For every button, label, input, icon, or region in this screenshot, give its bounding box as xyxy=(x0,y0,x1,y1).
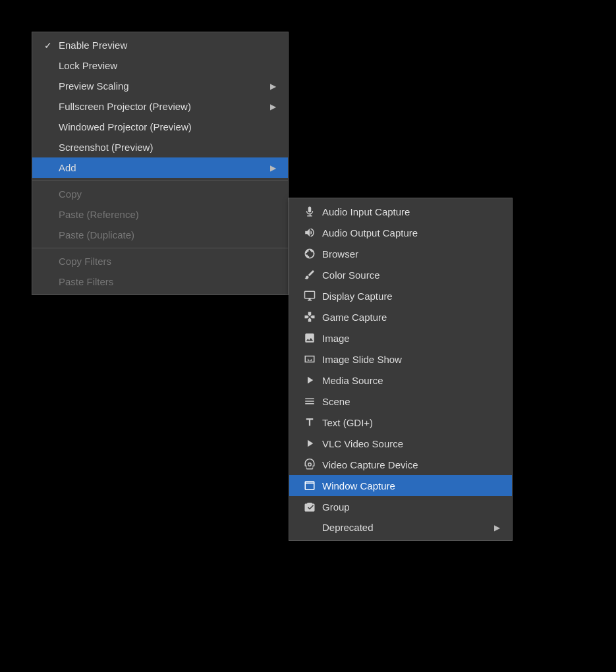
menu-item-windowed-projector[interactable]: Windowed Projector (Preview) xyxy=(32,117,288,137)
label-paste-filters: Paste Filters xyxy=(59,276,113,287)
menu-item-paste-filters[interactable]: Paste Filters xyxy=(32,271,288,292)
menu-item-fullscreen-projector[interactable]: Fullscreen Projector (Preview) ▶ xyxy=(32,96,288,117)
menu-item-browser[interactable]: Browser xyxy=(289,243,512,264)
group-icon xyxy=(301,501,318,513)
label-video-capture-device: Video Capture Device xyxy=(322,459,418,470)
menu-item-lock-preview[interactable]: Lock Preview xyxy=(32,55,288,76)
menu-item-vlc-video-source[interactable]: VLC Video Source xyxy=(289,433,512,454)
label-scene: Scene xyxy=(322,396,350,407)
menu-item-paste-duplicate[interactable]: Paste (Duplicate) xyxy=(32,225,288,245)
arrow-add: ▶ xyxy=(270,163,276,173)
label-screenshot-preview: Screenshot (Preview) xyxy=(59,142,153,153)
label-text-gdi: Text (GDI+) xyxy=(322,417,373,428)
label-preview-scaling: Preview Scaling xyxy=(59,80,129,92)
label-paste-duplicate: Paste (Duplicate) xyxy=(59,229,134,240)
text-icon xyxy=(301,416,318,428)
speaker-icon xyxy=(301,227,318,238)
label-window-capture: Window Capture xyxy=(322,480,395,491)
arrow-fullscreen-projector: ▶ xyxy=(270,102,276,111)
menu-item-copy[interactable]: Copy xyxy=(32,184,288,204)
label-deprecated: Deprecated xyxy=(322,522,374,533)
label-lock-preview: Lock Preview xyxy=(59,60,117,71)
gamepad-icon xyxy=(301,311,318,323)
menu-item-copy-filters[interactable]: Copy Filters xyxy=(32,251,288,271)
label-paste-reference: Paste (Reference) xyxy=(59,209,139,220)
context-menu-wrapper: ✓ Enable Preview Lock Preview Preview Sc… xyxy=(32,32,513,541)
label-copy-filters: Copy Filters xyxy=(59,256,111,267)
label-browser: Browser xyxy=(322,248,358,260)
label-windowed-projector: Windowed Projector (Preview) xyxy=(59,121,192,132)
menu-item-scene[interactable]: Scene xyxy=(289,391,512,412)
label-enable-preview: Enable Preview xyxy=(59,40,127,51)
secondary-context-menu: Audio Input Capture Audio Output Capture… xyxy=(289,198,513,541)
label-image: Image xyxy=(322,333,350,344)
menu-item-window-capture[interactable]: Window Capture xyxy=(289,475,512,496)
menu-item-media-source[interactable]: Media Source xyxy=(289,370,512,391)
label-audio-output-capture: Audio Output Capture xyxy=(322,227,418,238)
menu-item-text-gdi[interactable]: Text (GDI+) xyxy=(289,412,512,433)
mic-icon xyxy=(301,206,318,217)
label-vlc-video-source: VLC Video Source xyxy=(322,438,403,449)
label-fullscreen-projector: Fullscreen Projector (Preview) xyxy=(59,101,191,112)
arrow-deprecated: ▶ xyxy=(494,523,500,532)
menu-item-group[interactable]: Group xyxy=(289,496,512,517)
label-copy: Copy xyxy=(59,188,82,200)
label-color-source: Color Source xyxy=(322,269,380,281)
camera-icon xyxy=(301,459,318,470)
label-add: Add xyxy=(59,162,76,173)
monitor-icon xyxy=(301,290,318,302)
play2-icon xyxy=(301,437,318,449)
menu-item-screenshot-preview[interactable]: Screenshot (Preview) xyxy=(32,137,288,157)
brush-icon xyxy=(301,269,318,281)
menu-item-image[interactable]: Image xyxy=(289,327,512,349)
label-game-capture: Game Capture xyxy=(322,312,387,323)
primary-context-menu: ✓ Enable Preview Lock Preview Preview Sc… xyxy=(32,32,289,295)
play-icon xyxy=(301,374,318,386)
globe-icon xyxy=(301,248,318,260)
scene-icon xyxy=(301,395,318,407)
window-icon xyxy=(301,480,318,491)
menu-item-add[interactable]: Add ▶ xyxy=(32,157,288,178)
arrow-preview-scaling: ▶ xyxy=(270,82,276,91)
image-icon xyxy=(301,332,318,344)
label-display-capture: Display Capture xyxy=(322,291,393,302)
menu-item-image-slide-show[interactable]: Image Slide Show xyxy=(289,349,512,370)
menu-item-color-source[interactable]: Color Source xyxy=(289,264,512,285)
separator-2 xyxy=(32,248,288,248)
menu-item-audio-output-capture[interactable]: Audio Output Capture xyxy=(289,222,512,243)
menu-item-enable-preview[interactable]: ✓ Enable Preview xyxy=(32,35,288,55)
separator-1 xyxy=(32,181,288,181)
menu-item-paste-reference[interactable]: Paste (Reference) xyxy=(32,204,288,225)
label-image-slide-show: Image Slide Show xyxy=(322,354,402,365)
label-audio-input-capture: Audio Input Capture xyxy=(322,206,410,217)
check-enable-preview: ✓ xyxy=(44,40,56,51)
label-media-source: Media Source xyxy=(322,375,383,386)
menu-item-game-capture[interactable]: Game Capture xyxy=(289,306,512,327)
menu-item-deprecated[interactable]: Deprecated ▶ xyxy=(289,517,512,538)
slides-icon xyxy=(301,353,318,365)
label-group: Group xyxy=(322,501,350,513)
menu-item-video-capture-device[interactable]: Video Capture Device xyxy=(289,454,512,475)
menu-item-audio-input-capture[interactable]: Audio Input Capture xyxy=(289,201,512,222)
menu-item-display-capture[interactable]: Display Capture xyxy=(289,285,512,306)
menu-item-preview-scaling[interactable]: Preview Scaling ▶ xyxy=(32,76,288,96)
